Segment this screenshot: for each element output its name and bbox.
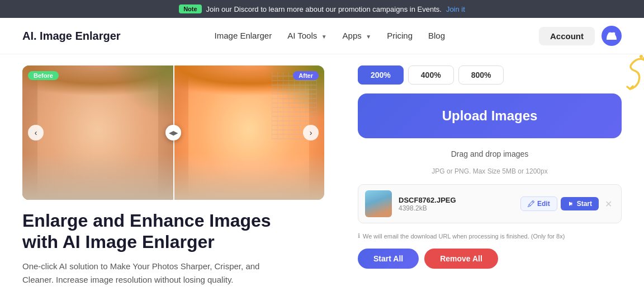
start-icon (567, 200, 574, 207)
apps-dropdown-arrow: ▼ (366, 34, 371, 40)
hero-subtitle: One-click AI solution to Make Your Photo… (22, 260, 268, 287)
main-content: Before After ◀▶ (0, 54, 644, 295)
prev-image-button[interactable]: ‹ (28, 125, 44, 141)
nav-links: Image Enlarger AI Tools ▼ Apps ▼ Pricing… (215, 31, 445, 41)
file-thumb-inner (365, 190, 392, 217)
navbar: AI. Image Enlarger Image Enlarger AI Too… (0, 18, 644, 54)
nav-item-ai-tools[interactable]: AI Tools ▼ (287, 31, 326, 41)
file-hint-text: JPG or PNG. Max Size 5MB or 1200px (358, 167, 622, 175)
scale-400-button[interactable]: 400% (408, 65, 454, 85)
svg-point-1 (640, 55, 643, 58)
account-button[interactable]: Account (539, 27, 595, 45)
comparison-handle[interactable]: ◀▶ (165, 125, 181, 141)
file-item: DSCF8762.JPEG 4398.2kB Edit Start ✕ (358, 184, 622, 223)
remove-file-button[interactable]: ✕ (602, 198, 614, 210)
left-panel: Before After ◀▶ (22, 65, 347, 287)
discord-icon (607, 32, 617, 40)
nav-item-apps[interactable]: Apps ▼ (343, 31, 372, 41)
email-notice-text: We will email the download URL when proc… (363, 233, 565, 240)
nav-right: Account (539, 26, 622, 46)
scale-800-button[interactable]: 800% (458, 65, 504, 85)
email-notice: ℹ We will email the download URL when pr… (358, 232, 622, 240)
info-icon: ℹ (358, 232, 360, 240)
after-image (173, 65, 324, 200)
banner-message: Join our Discord to learn more about our… (206, 5, 442, 13)
action-row: Start All Remove All (358, 249, 622, 269)
edit-file-button[interactable]: Edit (520, 196, 557, 211)
nav-item-pricing[interactable]: Pricing (387, 31, 413, 41)
edit-label: Edit (537, 200, 550, 208)
file-actions: Edit Start ✕ (520, 196, 614, 211)
before-badge: Before (28, 71, 59, 80)
start-all-button[interactable]: Start All (358, 249, 419, 269)
after-badge: After (293, 71, 319, 80)
ai-tools-dropdown-arrow: ▼ (321, 34, 327, 40)
next-image-button[interactable]: › (303, 125, 319, 141)
nav-item-blog[interactable]: Blog (428, 31, 445, 41)
upload-images-button[interactable]: Upload Images (358, 93, 622, 138)
nav-item-image-enlarger[interactable]: Image Enlarger (215, 31, 272, 41)
file-thumbnail (365, 190, 392, 217)
upload-section: Upload Images (358, 93, 622, 138)
note-badge: Note (179, 4, 201, 13)
arrow-decoration (605, 54, 644, 93)
discord-button[interactable] (602, 26, 622, 46)
hero-title: Enlarge and Enhance Images with AI Image… (22, 210, 280, 253)
scale-arrow-wrapper: 200% 400% 800% (358, 65, 622, 85)
file-size: 4398.2kB (399, 204, 514, 212)
before-image (22, 65, 173, 200)
drag-drop-text: Drag and drop images (358, 149, 622, 158)
start-file-button[interactable]: Start (561, 197, 599, 210)
file-name: DSCF8762.JPEG (399, 196, 514, 204)
image-comparison: Before After ◀▶ (22, 65, 324, 200)
banner-link[interactable]: Join it (446, 5, 465, 13)
start-label: Start (577, 200, 592, 208)
remove-all-button[interactable]: Remove All (424, 249, 498, 269)
right-panel: 200% 400% 800% Upload Images Drag and dr… (347, 65, 622, 287)
nav-logo: AI. Image Enlarger (22, 30, 121, 43)
scale-200-button[interactable]: 200% (358, 65, 404, 85)
edit-icon (528, 200, 534, 207)
top-banner: Note Join our Discord to learn more abou… (0, 0, 644, 18)
file-info: DSCF8762.JPEG 4398.2kB (399, 196, 514, 212)
scale-row: 200% 400% 800% (358, 65, 504, 85)
